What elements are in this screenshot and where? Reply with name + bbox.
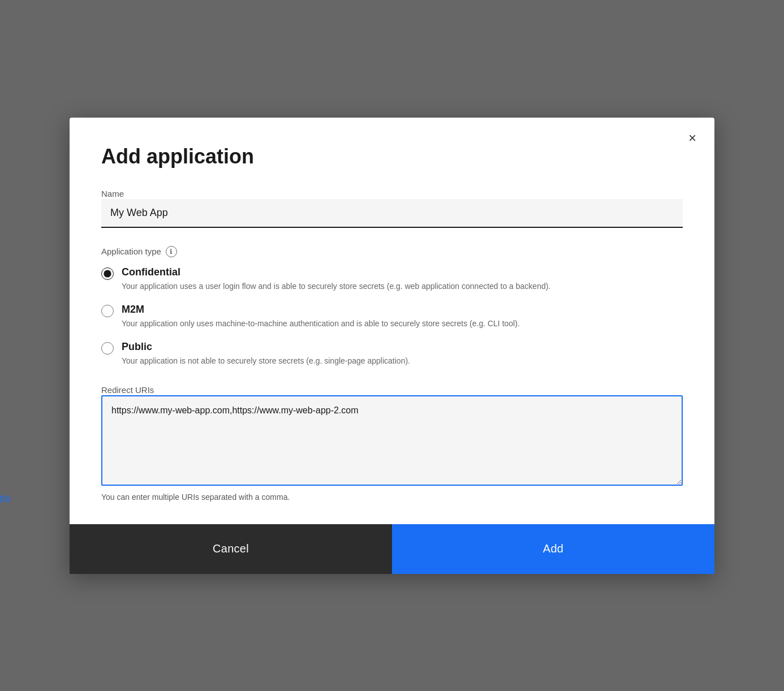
radio-desc-public: Your application is not able to securely…: [122, 355, 410, 367]
radio-label-confidential: Confidential: [122, 266, 550, 278]
radio-option-m2m[interactable]: M2M Your application only uses machine-t…: [101, 304, 683, 330]
radio-label-public: Public: [122, 341, 410, 353]
backdrop: tio × Add application Name Application t…: [0, 0, 784, 691]
close-button[interactable]: ×: [684, 129, 701, 147]
radio-public[interactable]: [101, 342, 114, 355]
info-icon[interactable]: ℹ: [166, 246, 177, 257]
redirect-uris-label: Redirect URIs: [101, 385, 154, 395]
radio-option-public[interactable]: Public Your application is not able to s…: [101, 341, 683, 367]
add-button[interactable]: Add: [392, 524, 714, 574]
modal-dialog: × Add application Name Application type …: [70, 118, 714, 574]
radio-group: Confidential Your application uses a use…: [101, 266, 683, 367]
radio-m2m[interactable]: [101, 305, 114, 317]
radio-desc-m2m: Your application only uses machine-to-ma…: [122, 318, 520, 330]
redirect-uris-input[interactable]: https://www.my-web-app.com,https://www.m…: [101, 395, 683, 486]
radio-confidential[interactable]: [101, 267, 114, 280]
background-link[interactable]: tio: [0, 493, 11, 505]
app-type-label: Application type ℹ: [101, 246, 683, 257]
modal-title: Add application: [101, 145, 683, 169]
radio-label-m2m: M2M: [122, 304, 520, 316]
name-input[interactable]: [101, 199, 683, 228]
radio-desc-confidential: Your application uses a user login flow …: [122, 280, 550, 292]
modal-body: Add application Name Application type ℹ …: [70, 118, 714, 524]
radio-option-confidential[interactable]: Confidential Your application uses a use…: [101, 266, 683, 292]
cancel-button[interactable]: Cancel: [70, 524, 392, 574]
redirect-hint: You can enter multiple URIs separated wi…: [101, 493, 683, 502]
name-label: Name: [101, 189, 124, 198]
modal-footer: Cancel Add: [70, 524, 714, 574]
